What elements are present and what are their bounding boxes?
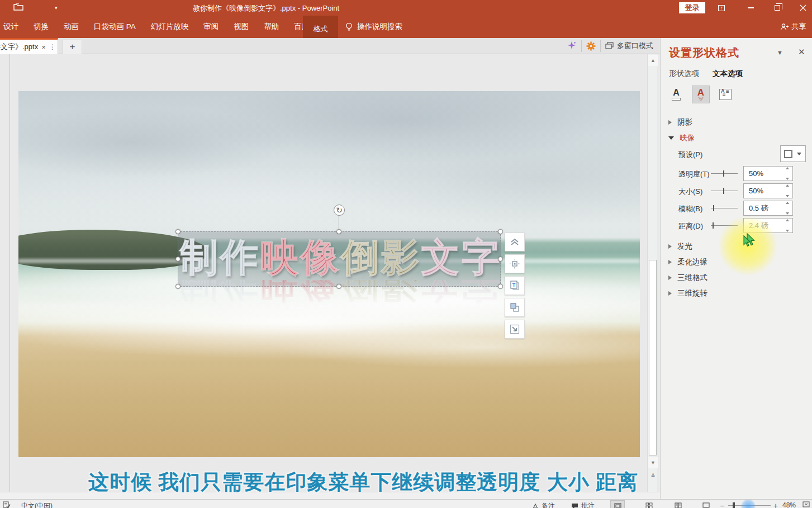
spellcheck-status[interactable] [3, 501, 11, 508]
position-button[interactable] [505, 254, 525, 273]
textbox-layout-icon: A ≡ ≡ [719, 89, 732, 100]
ribbon-tab-format[interactable]: 格式 [303, 24, 338, 34]
resize-handle-ne[interactable] [498, 229, 503, 234]
resize-tool-button[interactable] [505, 320, 525, 339]
wordart-char: 倒 [341, 233, 379, 281]
ribbon-tab[interactable]: 帮助 [264, 22, 279, 32]
resize-handle-nw[interactable] [175, 229, 181, 234]
reading-view-button[interactable] [671, 500, 685, 508]
slider-thumb[interactable] [723, 170, 724, 177]
section-shadow[interactable]: 阴影 [668, 117, 692, 127]
svg-text:T: T [512, 282, 516, 288]
ribbon-tab[interactable]: 审阅 [203, 22, 219, 32]
slider-thumb[interactable] [713, 222, 714, 229]
scroll-up-button[interactable]: ▲ [648, 55, 658, 66]
notes-button[interactable]: 备注 [532, 501, 555, 508]
multi-window-mode-button[interactable]: 多窗口模式 [605, 41, 656, 51]
transparency-input[interactable]: 50% [743, 166, 793, 181]
ribbon-display-options-button[interactable]: ↑ [713, 0, 730, 16]
slider-thumb[interactable] [713, 205, 714, 211]
pane-options-icon[interactable]: ▼ [777, 49, 783, 56]
ribbon-tab[interactable]: 动画 [64, 22, 79, 32]
sign-in-button[interactable]: 登录 [679, 2, 705, 13]
vertical-scrollbar[interactable]: ▲ ▼ ≜ [647, 54, 657, 492]
ribbon-tab[interactable]: 视图 [234, 22, 249, 32]
resize-handle-e[interactable] [498, 257, 503, 262]
section-reflection[interactable]: 映像 [668, 133, 695, 143]
language-status[interactable]: 中文(中国) [21, 501, 53, 508]
pane-close-icon[interactable]: ✕ [798, 47, 805, 57]
tab-shape-options[interactable]: 形状选项 [669, 69, 699, 79]
ribbon-tab[interactable]: 设计 [3, 22, 18, 32]
document-tab[interactable]: 影文字》.pptx × ⋮ [0, 38, 58, 54]
normal-view-button[interactable] [610, 500, 625, 508]
slideshow-view-button[interactable] [699, 500, 713, 508]
transparency-slider[interactable] [711, 173, 738, 174]
blur-slider[interactable] [711, 208, 738, 208]
zoom-out-button[interactable]: − [720, 501, 724, 508]
resize-handle-sw[interactable] [175, 284, 181, 289]
tab-menu-icon[interactable]: ⋮ [49, 43, 55, 51]
titlebar: ▾ 教你制作《映像倒影文字》.pptx - PowerPoint 登录 ↑ [0, 0, 812, 16]
minimize-button[interactable] [742, 0, 759, 16]
previous-slide-button[interactable]: ≜ [648, 470, 658, 481]
textbox-icon: T [510, 281, 520, 291]
zoom-in-button[interactable]: + [773, 501, 778, 508]
magic-wand-icon[interactable] [567, 41, 577, 51]
collapse-up-button[interactable] [505, 232, 525, 251]
section-glow[interactable]: 发光 [668, 241, 692, 251]
tab-close-icon[interactable]: × [41, 43, 46, 51]
text-effects-button[interactable]: A A [692, 86, 710, 103]
spinner[interactable] [784, 202, 791, 215]
spinner[interactable] [784, 167, 791, 180]
slide-sorter-view-button[interactable] [642, 500, 656, 508]
folder-icon[interactable] [13, 3, 23, 11]
spinner[interactable] [784, 219, 791, 232]
size-input[interactable]: 50% [743, 183, 793, 198]
gear-icon[interactable] [586, 41, 596, 51]
share-button[interactable]: 共享 [780, 16, 806, 38]
rotate-handle[interactable]: ↻ [334, 205, 345, 216]
comments-button[interactable]: 批注 [571, 501, 595, 508]
resize-handle-w[interactable] [175, 257, 181, 262]
resize-handle-s[interactable] [336, 284, 341, 289]
distance-slider[interactable] [711, 225, 738, 226]
text-fill-outline-button[interactable]: A [667, 86, 685, 103]
resize-handle-se[interactable] [498, 284, 503, 289]
size-slider[interactable] [711, 191, 738, 191]
tell-me-search[interactable]: 操作说明搜索 [345, 16, 402, 38]
ribbon-tab[interactable]: 口袋动画 PA [94, 22, 136, 32]
section-3d-format[interactable]: 三维格式 [668, 273, 707, 283]
lightbulb-icon [345, 22, 353, 32]
qat-customize-icon[interactable]: ▾ [55, 5, 60, 10]
wordart-text[interactable]: 制作映像倒影文字 [180, 233, 500, 281]
restore-button[interactable] [769, 0, 786, 16]
fit-window-icon [802, 501, 810, 507]
scroll-down-button[interactable]: ▼ [648, 457, 658, 468]
preset-dropdown[interactable] [780, 145, 806, 162]
text-effects-icon: A [697, 88, 704, 97]
zoom-percent[interactable]: 48% [782, 501, 796, 508]
scrollbar-thumb[interactable] [649, 260, 657, 455]
textbox-tool-button[interactable]: T [505, 276, 525, 295]
wordart-char: 作 [220, 280, 258, 309]
distance-input[interactable]: 2.4 磅 [743, 218, 793, 233]
close-button[interactable] [795, 0, 811, 16]
wordart-char: 影 [381, 233, 419, 281]
section-soft-edges[interactable]: 柔化边缘 [668, 257, 707, 267]
fit-to-window-button[interactable] [802, 501, 810, 507]
ribbon-tab[interactable]: 幻灯片放映 [151, 22, 189, 32]
section-3d-rotation[interactable]: 三维旋转 [668, 288, 707, 298]
tab-text-options[interactable]: 文本选项 [713, 69, 743, 79]
textbox-options-button[interactable]: A ≡ ≡ [716, 86, 734, 103]
slider-thumb[interactable] [723, 188, 724, 194]
new-tab-button[interactable]: + [63, 40, 82, 54]
ribbon-tab[interactable]: 切换 [34, 22, 49, 32]
resize-handle-n[interactable] [336, 229, 341, 234]
spinner[interactable] [784, 184, 791, 197]
shape-tool-button[interactable] [505, 298, 525, 317]
slide-canvas[interactable]: 制作映像倒影文字 制作映像倒影文字 ↻ T ▲ ▼ ≜ [0, 54, 660, 492]
blur-input[interactable]: 0.5 磅 [743, 201, 793, 216]
zoom-slider-thumb[interactable] [733, 502, 735, 508]
text-fill-icon: A [673, 88, 680, 97]
